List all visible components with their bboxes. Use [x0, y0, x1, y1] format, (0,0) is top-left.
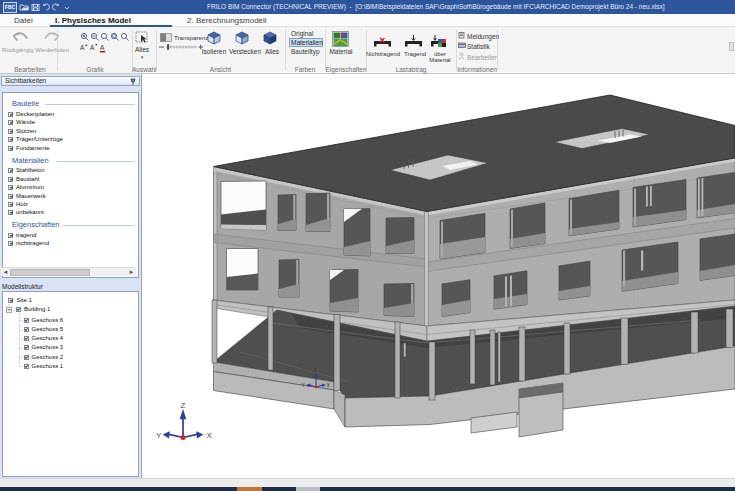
svg-text:▼: ▼ [95, 43, 98, 47]
svg-text:Z: Z [181, 401, 186, 410]
svg-text:Y: Y [156, 431, 162, 440]
svg-text:▲: ▲ [85, 43, 88, 47]
svg-text:Z: Z [313, 367, 316, 373]
svg-text:A: A [100, 44, 105, 51]
svg-text:X: X [207, 431, 213, 440]
